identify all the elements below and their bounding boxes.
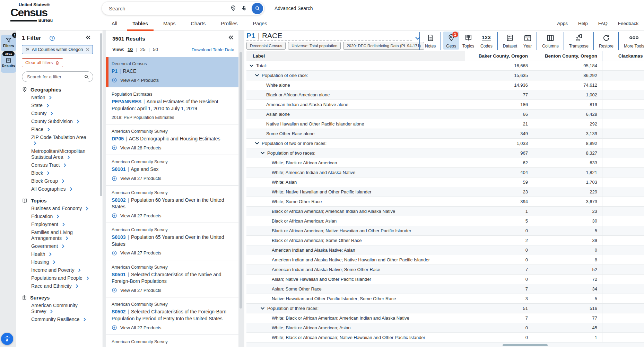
advanced-search-link[interactable]: Advanced Search: [275, 6, 313, 11]
toolbar-geos-button[interactable]: 1Geos: [443, 32, 459, 50]
toolbar-transpose-button[interactable]: Transpose: [566, 32, 592, 50]
filter-item-county-subdivision[interactable]: County Subdivision: [31, 119, 91, 124]
filter-item-zip-code-tabulation-area[interactable]: ZIP Code Tabulation Area: [31, 135, 91, 146]
table-row[interactable]: White; Black or African American; Americ…: [246, 313, 644, 323]
microphone-icon[interactable]: [241, 5, 247, 11]
filter-item-census-tract[interactable]: Census Tract: [31, 162, 91, 168]
filter-item-community-resilience[interactable]: Community Resilience: [31, 316, 91, 322]
filter-panel-scrollbar[interactable]: [100, 33, 102, 196]
table-row[interactable]: Native Hawaiian and Other Pacific Island…: [246, 119, 644, 129]
table-row[interactable]: Population of one race:15,63586,292: [246, 71, 644, 80]
result-card-s0502[interactable]: American Community SurveyS0502 | Selecte…: [106, 297, 238, 335]
link-apps[interactable]: Apps: [557, 21, 568, 26]
link-faq[interactable]: FAQ: [598, 21, 608, 26]
view-option-25[interactable]: 25: [140, 47, 146, 52]
result-card-p1[interactable]: Decennial CensusP1 | RACEView All 4 Prod…: [106, 57, 238, 87]
table-row[interactable]: Black or African American; Asian530: [246, 216, 644, 226]
table-row[interactable]: White; Black or African American; Asian0…: [246, 323, 644, 333]
table-row[interactable]: Black or African American; Some Other Ra…: [246, 236, 644, 245]
chevron-down-icon[interactable]: [255, 142, 259, 145]
collapse-results-panel-icon[interactable]: [228, 35, 234, 40]
view-option-10[interactable]: 10: [128, 47, 133, 52]
filter-item-families-and-living-arrangements[interactable]: Families and Living Arrangements: [31, 229, 91, 241]
table-horizontal-scrollbar[interactable]: [503, 344, 548, 346]
result-card-s0501[interactable]: American Community SurveyS0501 | Selecte…: [106, 260, 238, 297]
table-row[interactable]: White; Black or African American62633: [246, 158, 644, 168]
chevron-down-icon[interactable]: [260, 151, 265, 155]
table-row[interactable]: White; Native Hawaiian and Other Pacific…: [246, 187, 644, 197]
tab-tables[interactable]: Tables: [125, 18, 156, 31]
filter-search-input[interactable]: [22, 71, 93, 82]
toolbar-topics-button[interactable]: Topics: [459, 32, 477, 50]
filter-item-all-geographies[interactable]: All Geographies: [31, 186, 91, 192]
table-row[interactable]: Asian alone666,428: [246, 110, 644, 119]
toolbar-dataset-button[interactable]: Dataset: [500, 32, 520, 50]
filter-item-income-and-poverty[interactable]: Income and Poverty: [31, 267, 91, 273]
view-all-products-button[interactable]: View All 28 Products: [112, 145, 233, 150]
result-card-s0101[interactable]: American Community SurveyS0101 | Age and…: [106, 155, 238, 185]
download-table-data-link[interactable]: Download Table Data: [192, 47, 234, 52]
toolbar-columns-button[interactable]: Columns: [539, 32, 562, 50]
filter-item-health[interactable]: Health: [31, 251, 91, 257]
remove-filter-icon[interactable]: [86, 48, 89, 51]
view-all-products-button[interactable]: View All 27 Products: [112, 287, 233, 293]
filter-item-populations-and-people[interactable]: Populations and People: [31, 275, 91, 281]
accessibility-button[interactable]: [1, 333, 13, 345]
table-row[interactable]: Asian; Some Other Race734: [246, 284, 644, 294]
chevron-down-icon[interactable]: [249, 64, 254, 67]
results-panel-scrollbar[interactable]: [240, 52, 242, 309]
filter-item-american-community-survey[interactable]: American Community Survey: [31, 303, 91, 314]
table-row[interactable]: American Indian and Alaska Native; Nativ…: [246, 255, 644, 265]
result-card-s0102[interactable]: American Community SurveyS0102 | Populat…: [106, 185, 238, 223]
chevron-down-icon[interactable]: [260, 307, 265, 310]
link-help[interactable]: Help: [578, 21, 588, 26]
search-button[interactable]: [252, 3, 263, 14]
table-row[interactable]: Population of two races:9678,327: [246, 148, 644, 158]
chevron-down-icon[interactable]: [255, 74, 259, 77]
tab-maps[interactable]: Maps: [156, 18, 183, 31]
filter-item-metropolitan-micropolitan-statistical-area[interactable]: Metropolitan/Micropolitan Statistical Ar…: [31, 148, 91, 160]
table-row[interactable]: Population of three races:51516: [246, 304, 644, 313]
result-card-s0103[interactable]: American Community SurveyS0103 | Populat…: [106, 223, 238, 260]
toolbar-more-tools-button[interactable]: More Tools: [621, 32, 644, 50]
filter-item-place[interactable]: Place: [31, 127, 91, 132]
filter-item-housing[interactable]: Housing: [31, 259, 91, 265]
filters-rail-button[interactable]: 1 Filters: [1, 35, 16, 51]
tab-profiles[interactable]: Profiles: [213, 18, 245, 31]
table-row[interactable]: White; Black or African American; Native…: [246, 333, 644, 342]
filter-item-business-and-economy[interactable]: Business and Economy: [31, 206, 91, 211]
column-header-baker-county-oregon[interactable]: Baker County, Oregon: [465, 51, 533, 61]
results-rail-button[interactable]: 3501 Results: [1, 53, 16, 73]
table-row[interactable]: American Indian and Alaska Native; Some …: [246, 265, 644, 275]
filter-item-nation[interactable]: Nation: [31, 95, 91, 101]
table-row[interactable]: White; Some Other Race3943,673: [246, 197, 644, 207]
toolbar-restore-button[interactable]: Restore: [596, 32, 617, 50]
tab-pages[interactable]: Pages: [245, 18, 275, 31]
collapse-filter-panel-icon[interactable]: [85, 35, 91, 40]
toolbar-year-button[interactable]: 1Year: [520, 32, 535, 50]
census-bureau-logo[interactable]: United States® Census Bureau: [10, 2, 53, 23]
result-card-s0503[interactable]: American Community SurveyS0503 | Selecte…: [106, 335, 238, 347]
tab-all[interactable]: All: [104, 18, 125, 31]
table-row[interactable]: American Indian and Alaska Native; Asian…: [246, 245, 644, 255]
info-icon[interactable]: ?: [50, 36, 55, 41]
table-row[interactable]: Black or African American alone771,002: [246, 90, 644, 100]
table-row[interactable]: Population of two or more races:1,0338,8…: [246, 139, 644, 148]
toolbar-notes-button[interactable]: Notes: [422, 32, 439, 50]
active-filter-chip[interactable]: All Counties within Oregon: [22, 45, 93, 54]
view-all-products-button[interactable]: View All 27 Products: [112, 250, 233, 256]
column-header-benton-county-oregon[interactable]: Benton County, Oregon: [533, 51, 602, 61]
table-row[interactable]: Total:16,66895,184: [246, 61, 644, 71]
column-header-clackamas-co[interactable]: Clackamas Co: [602, 51, 644, 61]
view-all-products-button[interactable]: View All 27 Products: [112, 176, 233, 181]
result-card-dp05[interactable]: American Community SurveyDP05 | ACS Demo…: [106, 124, 238, 155]
filter-item-county[interactable]: County: [31, 111, 91, 116]
view-all-products-button[interactable]: View All 27 Products: [112, 325, 233, 330]
view-all-products-button[interactable]: View All 4 Products: [112, 77, 233, 83]
table-row[interactable]: American Indian and Alaska Native alone1…: [246, 100, 644, 110]
filter-item-state[interactable]: State: [31, 103, 91, 109]
view-option-50[interactable]: 50: [153, 47, 158, 52]
search-input[interactable]: [109, 6, 228, 11]
toolbar-codes-button[interactable]: 123Codes: [477, 32, 496, 50]
table-row[interactable]: White; American Indian and Alaska Native…: [246, 168, 644, 177]
